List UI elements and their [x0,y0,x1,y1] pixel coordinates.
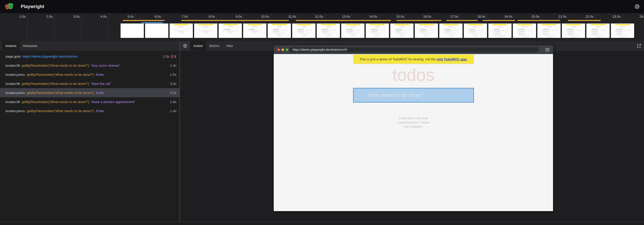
footer-line: Created by Remo H. Jansen [274,120,553,125]
banner-text: This is just a demo of TodoMVC for testi… [359,57,436,61]
timeline-tick: 3.0s [64,15,80,18]
top-bar: Playwright [0,0,644,13]
film-strip-thumbnail[interactable]: todos [243,23,266,38]
timeline-tick: 8.0s [200,15,215,18]
timeline-tick: 18.0s [470,15,485,18]
action-duration: 3.5s [170,82,176,86]
action-locator: getByPlaceholder('What needs to be done?… [21,82,89,86]
error-badge: 1 [170,55,176,58]
film-strip-thumbnail[interactable]: todos [219,23,242,38]
detail-pane: ActionBeforeAfter https://demo.playwrigh… [180,41,644,222]
film-strip-thumbnail[interactable]: todos [194,23,217,38]
browser-chrome: https://demo.playwright.dev/todomvc/#/ [274,45,553,54]
timeline-bar [162,20,165,21]
action-value: Enter [96,73,104,77]
film-strip-thumbnail[interactable]: todos [513,23,536,38]
film-strip-thumbnail[interactable]: todos [366,23,389,38]
action-value: "buy some cheese" [91,64,120,67]
film-strip-thumbnail[interactable]: todos [562,23,585,38]
traffic-lights-icon [277,48,288,51]
action-method: locator.press [6,91,25,95]
action-link[interactable]: https://demo.playwright.dev/todomvc [22,55,78,58]
todo-page-footer: Double-click to edit a todo Created by R… [274,116,553,129]
action-snapshot: https://demo.playwright.dev/todomvc/#/ T… [274,45,553,211]
tab-after[interactable]: After [223,41,237,51]
film-strip-thumbnail[interactable] [145,23,168,38]
target-icon [183,44,187,48]
timeline-tick: 4.0s [91,15,107,18]
action-row[interactable]: locator.press getByPlaceholder('What nee… [0,106,179,115]
timeline-tick: 22.0s [578,15,593,18]
pick-locator-button[interactable] [180,41,190,51]
timeline-tick: 24.0s [632,15,644,18]
timeline-tick: 12.0s [308,15,323,18]
action-row[interactable]: locator.fill getByPlaceholder('What need… [0,61,179,70]
timeline-bar [482,20,515,21]
film-strip-thumbnail[interactable] [121,23,144,38]
open-in-new-window-icon[interactable] [636,43,641,48]
actions-pane: ActionsMetadata page.goto https://demo.p… [0,41,179,222]
timeline-tick: 5.0s [119,15,134,18]
trace-viewer: Playwright 1.0s2.0s3.0s4.0s5.0s6.0s7.0s8… [0,0,644,225]
timeline-tick: 9.0s [227,15,242,18]
action-duration: 1.3s [170,64,176,67]
film-strip-thumbnail[interactable]: todos [464,23,487,38]
todo-input-placeholder: What needs to be done? [368,92,423,98]
action-row[interactable]: locator.press getByPlaceholder('What nee… [0,88,179,97]
tab-metadata[interactable]: Metadata [20,41,40,51]
action-duration: 1.8s [170,100,176,104]
timeline-tick: 16.0s [416,15,431,18]
snapshot-page: This is just a demo of TodoMVC for testi… [274,54,553,211]
timeline-bar [296,20,391,21]
tab-action[interactable]: Action [190,41,206,51]
film-strip-thumbnail[interactable]: todos [170,23,193,38]
film-strip-thumbnail[interactable]: todos [586,23,610,38]
action-method: locator.press [6,109,25,113]
action-method: page.goto [6,55,21,58]
film-strip-thumbnail[interactable]: todos [292,23,315,38]
actions-tabstrip: ActionsMetadata [0,41,179,51]
action-value: "book a doctors appointment" [91,100,135,104]
timeline-gridline [54,13,54,41]
demo-banner: This is just a demo of TodoMVC for testi… [353,55,474,64]
action-locator: getByPlaceholder('What needs to be done?… [21,64,89,67]
film-strip-thumbnail[interactable]: todos [611,23,634,38]
action-row[interactable]: locator.press getByPlaceholder('What nee… [0,70,179,79]
error-icon [170,55,174,58]
action-method: locator.press [6,73,25,77]
film-strip-thumbnail[interactable]: todos [439,23,463,38]
timeline-gridline [108,13,108,41]
film-strip-thumbnail[interactable]: todos [488,23,512,38]
tab-before[interactable]: Before [206,41,223,51]
timeline-bar [517,20,560,21]
action-row[interactable]: locator.fill getByPlaceholder('What need… [0,97,179,106]
action-method: locator.fill [6,64,20,67]
footer-line: Double-click to edit a todo [274,116,553,120]
action-method: locator.fill [6,82,20,86]
timeline-bar [142,22,163,23]
todos-heading: todos [274,66,553,84]
film-strip-thumbnail[interactable]: todos [317,23,340,38]
action-duration: 1.5s [163,55,169,58]
timeline-tick: 15.0s [389,15,404,18]
action-locator: getByPlaceholder('What needs to be done?… [27,73,94,77]
tab-actions[interactable]: Actions [2,41,20,51]
film-strip-thumbnail[interactable]: todos [415,23,438,38]
app-title: Playwright [21,4,44,9]
action-duration: 1.5s [170,73,176,77]
menu-icon [545,48,549,52]
timeline[interactable]: 1.0s2.0s3.0s4.0s5.0s6.0s7.0s8.0s9.0s10.0… [0,13,644,41]
banner-link: real TodoMVC app. [437,57,467,61]
action-value: "feed the cat" [91,82,111,86]
film-strip-thumbnail[interactable]: todos [341,23,364,38]
film-strip-thumbnail[interactable]: todos [268,23,291,38]
settings-gear-icon[interactable] [634,3,640,10]
action-method: locator.fill [6,100,20,104]
timeline-tick: 7.0s [173,15,188,18]
action-row[interactable]: locator.fill getByPlaceholder('What need… [0,79,179,88]
action-row[interactable]: page.goto https://demo.playwright.dev/to… [0,52,179,61]
film-strip-thumbnail[interactable]: todos [390,23,413,38]
film-strip-thumbnail[interactable]: todos [537,23,561,38]
timeline-bar [568,20,601,21]
bottom-strip [0,222,644,225]
